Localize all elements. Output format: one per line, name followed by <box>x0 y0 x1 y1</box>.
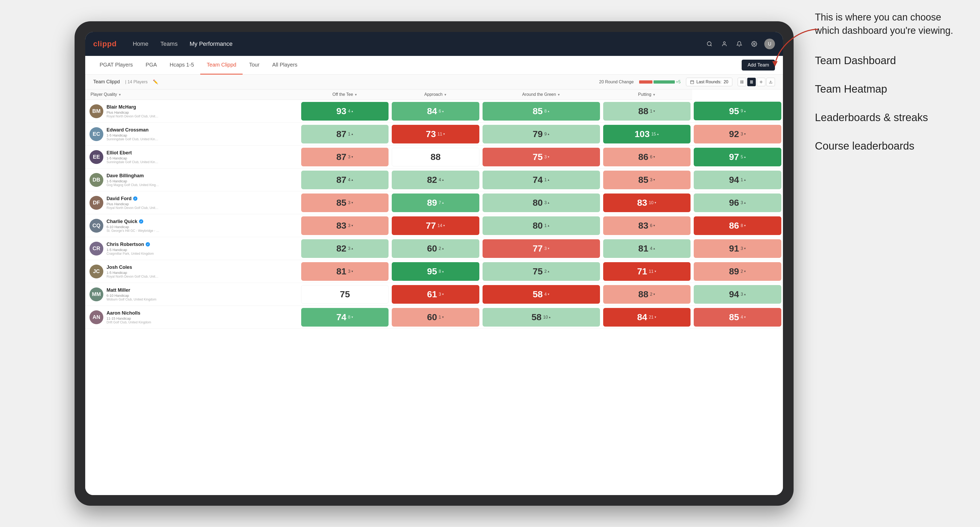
score-value: 86 <box>729 221 739 231</box>
score-change: 8▲ <box>439 269 444 274</box>
player-cell[interactable]: AN Aaron Nicholls 11-15 Handicap Drift G… <box>85 306 300 329</box>
settings-icon[interactable] <box>749 39 759 49</box>
player-club: Drift Golf Club, United Kingdom <box>107 321 160 324</box>
svg-rect-12 <box>750 80 753 81</box>
score-box: 73 11▼ <box>392 125 479 143</box>
score-box: 77 3▼ <box>482 239 600 258</box>
download-button[interactable] <box>767 78 775 86</box>
table-row: DF David Ford✓ Plus Handicap Royal North… <box>85 191 783 214</box>
player-cell[interactable]: DF David Ford✓ Plus Handicap Royal North… <box>85 191 300 214</box>
score-change: 3▼ <box>348 223 354 228</box>
score-box: 71 11▼ <box>603 262 691 281</box>
score-change: 3▼ <box>544 155 550 159</box>
nav-icons: U <box>705 39 775 49</box>
score-value: 81 <box>336 266 347 276</box>
ipad-screen: clippd Home Teams My Performance <box>85 32 783 495</box>
score-box: 86 8▼ <box>694 216 781 235</box>
score-change: 7▲ <box>439 200 444 205</box>
tab-team-clippd[interactable]: Team Clippd <box>200 56 243 75</box>
header-off-tee[interactable]: Off the Tee ▼ <box>300 89 390 100</box>
svg-marker-21 <box>772 61 778 67</box>
player-cell[interactable]: JC Josh Coles 1-5 Handicap Royal North D… <box>85 260 300 283</box>
player-cell[interactable]: BM Blair McHarg Plus Handicap Royal Nort… <box>85 100 300 123</box>
menu-team-dashboard: Team Dashboard <box>815 54 964 67</box>
score-value: 88 <box>638 106 648 116</box>
score-value: 85 <box>729 312 739 322</box>
tab-tour[interactable]: Tour <box>243 56 266 75</box>
score-box: 84 21▼ <box>603 308 691 327</box>
score-value: 95 <box>427 266 437 276</box>
score-value: 89 <box>729 266 739 276</box>
score-box: 75 <box>301 285 389 304</box>
top-navigation: clippd Home Teams My Performance <box>85 32 783 56</box>
players-table: Player Quality ▼ Off the Tee ▼ Approach … <box>85 89 783 329</box>
tab-pga[interactable]: PGA <box>139 56 163 75</box>
edit-icon[interactable]: ✏️ <box>153 79 158 84</box>
player-info: EC Edward Crossman 1-5 Handicap Sunningd… <box>89 127 295 141</box>
score-box: 58 4▼ <box>482 285 600 304</box>
score-change: 1▼ <box>439 315 444 320</box>
score-cell: 74 1▲ <box>481 168 601 191</box>
player-cell[interactable]: EE Elliot Ebert 1-5 Handicap Sunningdale… <box>85 146 300 168</box>
last-rounds-button[interactable]: Last Rounds: 20 <box>686 78 732 86</box>
score-cell: 88 <box>390 146 481 168</box>
player-cell[interactable]: EC Edward Crossman 1-5 Handicap Sunningd… <box>85 123 300 146</box>
score-change: 4▲ <box>439 178 444 182</box>
player-handicap: 1-5 Handicap <box>107 156 295 160</box>
table-row: JC Josh Coles 1-5 Handicap Royal North D… <box>85 260 783 283</box>
user-icon[interactable] <box>719 39 729 49</box>
score-cell: 83 6▼ <box>601 214 692 237</box>
header-approach[interactable]: Approach ▼ <box>390 89 481 100</box>
grid-view-button[interactable] <box>738 78 746 86</box>
verified-badge: ✓ <box>133 197 137 201</box>
score-value: 80 <box>533 197 543 208</box>
chart-view-button[interactable] <box>757 78 765 86</box>
header-player-quality[interactable]: Player Quality ▼ <box>85 89 300 100</box>
score-value: 86 <box>638 152 648 162</box>
tab-pgat-players[interactable]: PGAT Players <box>93 56 139 75</box>
bell-icon[interactable] <box>735 39 744 49</box>
header-around-green[interactable]: Around the Green ▼ <box>481 89 601 100</box>
score-box: 85 4▼ <box>694 308 781 327</box>
table-view-button[interactable] <box>747 78 756 86</box>
player-cell[interactable]: MM Matt Miller 6-10 Handicap Woburn Golf… <box>85 283 300 306</box>
tab-hcaps[interactable]: Hcaps 1-5 <box>163 56 200 75</box>
menu-course-leaderboards: Course leaderboards <box>815 139 964 153</box>
score-value: 73 <box>426 129 436 139</box>
score-value: 81 <box>638 243 648 254</box>
player-info: CQ Charlie Quick✓ 6-10 Handicap St. Geor… <box>89 219 295 233</box>
score-change: 1▲ <box>741 178 746 182</box>
score-change: 11▼ <box>649 269 657 274</box>
score-change: 3▲ <box>544 200 550 205</box>
sub-tabs: PGAT Players PGA Hcaps 1-5 Team Clippd T… <box>93 56 304 75</box>
player-cell[interactable]: DB Dave Billingham 1-5 Handicap Gog Mago… <box>85 168 300 191</box>
tab-all-players[interactable]: All Players <box>266 56 304 75</box>
score-box: 85 3▼ <box>301 194 389 212</box>
table-row: BM Blair McHarg Plus Handicap Royal Nort… <box>85 100 783 123</box>
score-box: 83 6▼ <box>603 216 691 235</box>
player-cell[interactable]: CQ Charlie Quick✓ 6-10 Handicap St. Geor… <box>85 214 300 237</box>
score-value: 82 <box>427 175 437 185</box>
player-cell[interactable]: CR Chris Robertson✓ 1-5 Handicap Craigmi… <box>85 237 300 260</box>
score-value: 89 <box>427 197 437 208</box>
nav-home[interactable]: Home <box>127 38 154 49</box>
score-cell: 75 <box>300 283 390 306</box>
nav-teams[interactable]: Teams <box>155 38 183 49</box>
score-cell: 89 7▲ <box>390 191 481 214</box>
svg-point-3 <box>753 43 755 45</box>
score-box: 97 5▲ <box>694 148 781 167</box>
player-info: DB Dave Billingham 1-5 Handicap Gog Mago… <box>89 173 295 187</box>
score-cell: 60 2▲ <box>390 237 481 260</box>
player-avatar: EE <box>89 150 103 164</box>
score-value: 60 <box>427 243 437 254</box>
score-cell: 86 6▼ <box>601 146 692 168</box>
logo: clippd <box>93 40 117 48</box>
score-box: 77 14▼ <box>392 216 479 235</box>
score-cell: 82 4▲ <box>390 168 481 191</box>
nav-my-performance[interactable]: My Performance <box>184 38 238 49</box>
player-handicap: 6-10 Handicap <box>107 225 295 229</box>
header-putting[interactable]: Putting ▼ <box>601 89 692 100</box>
score-box: 87 3▼ <box>301 148 389 167</box>
search-icon[interactable] <box>705 39 714 49</box>
score-box: 58 10▲ <box>482 308 600 327</box>
